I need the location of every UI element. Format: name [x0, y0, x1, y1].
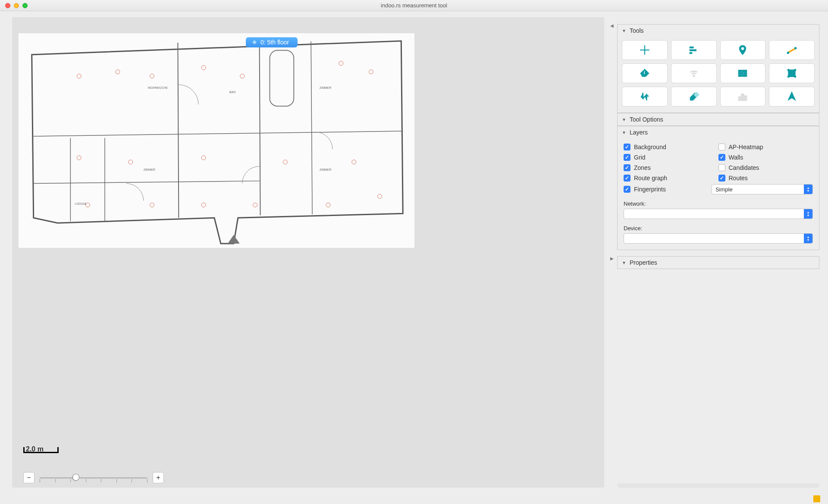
minimize-button[interactable]	[14, 3, 19, 8]
svg-point-46	[693, 75, 694, 77]
tool-eraser[interactable]	[671, 87, 717, 106]
zoom-slider[interactable]	[40, 472, 147, 483]
panel-title: Tool Options	[630, 116, 663, 123]
tool-wifi	[671, 63, 717, 83]
svg-rect-61	[745, 96, 747, 101]
svg-rect-40	[690, 52, 692, 53]
tool-info-tag[interactable]: i	[622, 63, 668, 83]
sidebar: ▼ Tools i ▼ Tool Options ▼	[615, 11, 828, 494]
svg-text:ZIMMER: ZIMMER	[320, 86, 331, 89]
zoom-in-button[interactable]: +	[153, 472, 164, 483]
panel-properties: ▼ Properties	[617, 256, 819, 269]
svg-rect-51	[739, 75, 742, 76]
checkbox-walls[interactable]	[718, 154, 725, 161]
panel-tools-header[interactable]: ▼ Tools	[618, 25, 819, 37]
crop-icon	[786, 68, 797, 79]
checkbox-zones[interactable]	[624, 164, 630, 171]
select-network[interactable]: ▲▼	[624, 209, 813, 219]
tool-swap[interactable]	[622, 87, 668, 106]
svg-text:i: i	[644, 70, 645, 75]
wall-icon	[737, 68, 748, 79]
svg-text:WOHNKÜCHE: WOHNKÜCHE	[148, 86, 168, 89]
checkbox-routes[interactable]	[718, 175, 725, 182]
svg-text:ZIMMER: ZIMMER	[320, 168, 331, 171]
layer-label: Grid	[634, 154, 645, 161]
panel-layers-header[interactable]: ▼ Layers	[618, 126, 819, 138]
svg-point-56	[787, 75, 789, 77]
app-window: indoo.rs measurement tool	[0, 0, 828, 504]
layer-label: Routes	[729, 175, 748, 182]
svg-rect-47	[739, 70, 742, 72]
tool-crosshair[interactable]	[622, 40, 668, 60]
canvas-area[interactable]: WOHNKÜCHE BAD ZIMMER ZIMMER ZIMMER LOGGI…	[12, 17, 604, 488]
panel-properties-header[interactable]: ▼ Properties	[618, 257, 819, 269]
window-title: indoo.rs measurement tool	[381, 2, 447, 9]
tool-crop[interactable]	[769, 63, 815, 83]
layer-label: Walls	[729, 154, 743, 161]
layer-row: Grid	[624, 154, 718, 161]
tool-wall[interactable]	[720, 63, 766, 83]
floorplan[interactable]: WOHNKÜCHE BAD ZIMMER ZIMMER ZIMMER LOGGI…	[18, 33, 415, 248]
svg-text:BAD: BAD	[229, 91, 235, 94]
status-indicator	[813, 495, 820, 502]
chevrons-icon: ▲▼	[804, 209, 812, 219]
checkbox-ap-heatmap[interactable]	[718, 144, 725, 150]
panel-title: Layers	[630, 129, 648, 136]
sidebar-scrollbar[interactable]	[617, 483, 819, 488]
svg-marker-35	[252, 40, 257, 44]
panel-tool-options-header[interactable]: ▼ Tool Options	[618, 113, 819, 125]
svg-point-43	[787, 52, 789, 53]
network-label: Network:	[624, 200, 813, 207]
zoom-controls: − +	[23, 472, 164, 483]
svg-rect-50	[744, 72, 747, 74]
eraser-icon	[688, 91, 699, 102]
panel-title: Tools	[630, 27, 644, 34]
tool-measure-line[interactable]	[769, 40, 815, 60]
layer-row: Zones	[624, 164, 718, 171]
align-icon	[688, 44, 699, 56]
panel-title: Properties	[630, 259, 657, 266]
checkbox-route-graph[interactable]	[624, 175, 630, 182]
tool-pin[interactable]	[720, 40, 766, 60]
measure-line-icon	[786, 44, 797, 56]
floorplan-svg: WOHNKÜCHE BAD ZIMMER ZIMMER ZIMMER LOGGI…	[19, 33, 414, 248]
panel-layers: ▼ Layers BackgroundAP-HeatmapGridWallsZo…	[617, 126, 819, 250]
svg-point-41	[741, 47, 744, 50]
nav-arrow-icon	[786, 91, 797, 102]
svg-rect-49	[739, 72, 743, 74]
city-icon	[737, 91, 748, 102]
floor-tab[interactable]: 0: 5th floor	[246, 37, 298, 47]
svg-point-57	[794, 75, 796, 77]
disclosure-icon: ▼	[622, 130, 626, 135]
arrow-right-icon: ▶	[610, 257, 614, 260]
checkbox-background[interactable]	[624, 144, 630, 150]
info-tag-icon: i	[639, 68, 650, 79]
wifi-icon	[688, 68, 699, 79]
disclosure-icon: ▼	[622, 28, 626, 33]
zoom-out-button[interactable]: −	[23, 472, 34, 483]
tool-nav-arrow[interactable]	[769, 87, 815, 106]
svg-rect-59	[739, 97, 741, 101]
checkbox-candidates[interactable]	[718, 164, 725, 171]
titlebar: indoo.rs measurement tool	[0, 0, 828, 11]
tool-city	[720, 87, 766, 106]
tool-align[interactable]	[671, 40, 717, 60]
checkbox-fingerprints[interactable]	[624, 186, 630, 193]
svg-rect-0	[19, 33, 414, 248]
panel-tool-options: ▼ Tool Options	[617, 113, 819, 126]
swap-icon	[639, 91, 650, 102]
select-device[interactable]: ▲▼	[624, 233, 813, 244]
layer-row: Walls	[718, 154, 813, 161]
checkbox-grid[interactable]	[624, 154, 630, 161]
scale-indicator: 2.0 m	[23, 447, 59, 461]
svg-point-44	[795, 47, 797, 49]
layer-label: Route graph	[634, 175, 667, 182]
status-bar	[0, 494, 828, 504]
select-fingerprint-mode[interactable]: Simple ▲▼	[712, 184, 813, 194]
svg-rect-38	[690, 47, 693, 48]
svg-rect-52	[742, 75, 747, 76]
splitter[interactable]: ◀ ▶	[608, 11, 615, 494]
maximize-button[interactable]	[22, 3, 28, 8]
chevrons-icon: ▲▼	[804, 234, 812, 243]
close-button[interactable]	[5, 3, 10, 8]
